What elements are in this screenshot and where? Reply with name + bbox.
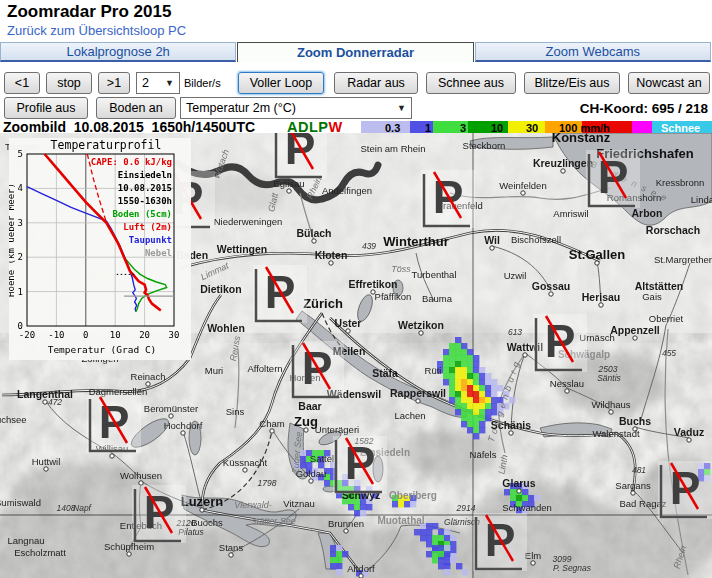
radar-cell (360, 504, 366, 510)
town-label: Steckborn (463, 140, 506, 151)
town-dot (270, 429, 274, 433)
profile-marker[interactable]: P (658, 461, 712, 519)
town-dot (110, 454, 114, 458)
radar-cell (443, 367, 449, 373)
town-label: Wohlen (207, 322, 245, 334)
radar-cell (462, 569, 468, 575)
town-label: Rapperswil (390, 387, 446, 399)
tab-zoom-donnerradar[interactable]: Zoom Donnerradar (237, 42, 473, 62)
profile-marker[interactable]: P (290, 341, 344, 399)
radar-cell (450, 557, 456, 563)
temperature-profile-panel: Temperaturprofil Temperatur (Grad C) Hoe… (9, 138, 191, 360)
app-window: Zoomradar Pro 2015 Zurück zum Übersichts… (0, 0, 712, 578)
profile-marker[interactable]: P (132, 485, 186, 543)
radar-cell (467, 367, 473, 373)
chart-y-tick: 4 (18, 183, 23, 193)
radar-map[interactable]: TiengenStein am RheinKonstanzSteckbornKr… (0, 133, 712, 578)
radar-cell (491, 385, 497, 391)
profiles-toggle-button[interactable]: Profile aus (4, 97, 88, 119)
radar-cell (455, 385, 461, 391)
tab-bar: Lokalprognose 2h Zoom Donnerradar Zoom W… (0, 42, 712, 62)
radar-cell (467, 349, 473, 355)
town-dot (521, 191, 525, 195)
radar-cell (366, 504, 372, 510)
speed-select[interactable]: 2 ▼ (136, 72, 180, 94)
snow-toggle-button[interactable]: Schnee aus (426, 72, 516, 94)
town-label: 2914 (456, 503, 476, 513)
town-dot (312, 239, 316, 243)
radar-cell (467, 361, 473, 367)
profile-marker[interactable]: P (421, 170, 475, 228)
stop-button[interactable]: stop (46, 72, 92, 94)
radar-cell (455, 379, 461, 385)
full-loop-button[interactable]: Voller Loop (238, 72, 324, 94)
radar-cell (522, 489, 528, 495)
radar-cell (455, 337, 461, 343)
town-label: Pfäffikon (375, 291, 412, 302)
town-dot (517, 489, 521, 493)
town-label: Glarus (502, 477, 535, 489)
town-label: Säntis (597, 373, 621, 383)
radar-cell (479, 391, 485, 397)
profile-marker[interactable]: P (333, 436, 387, 494)
ground-toggle-button[interactable]: Boden an (96, 97, 176, 119)
lightning-toggle-button[interactable]: Blitze/Eis aus (524, 72, 620, 94)
radar-cell (336, 569, 342, 575)
town-label: 455 (662, 348, 676, 358)
town-label: Baar (298, 400, 321, 412)
town-label: Muri (205, 365, 223, 376)
tab-lokalprognose[interactable]: Lokalprognose 2h (0, 42, 236, 62)
layer-select[interactable]: Temperatur 2m (°C) ▼ (180, 97, 412, 119)
chart-y-tick: 1 (18, 287, 23, 297)
radar-cell (473, 415, 479, 421)
radar-cell (461, 361, 467, 367)
town-label: stätter See (252, 516, 296, 526)
town-label: Napf (73, 503, 93, 513)
speed-value: 2 (142, 76, 149, 90)
chart-y-tick: 0 (18, 321, 23, 331)
radar-cell (485, 397, 491, 403)
town-label: Schwanden (502, 502, 552, 513)
profile-marker[interactable]: P (273, 133, 327, 179)
back-link[interactable]: Zurück zum Übersichtsloop PC (7, 23, 186, 38)
radar-cell (450, 547, 456, 553)
chart-annotation: Luft (2m) (123, 222, 172, 232)
chart-annotation: Nebel (145, 248, 172, 258)
speed-unit-label: Bilder/s (184, 77, 221, 89)
radar-cell (455, 361, 461, 367)
radar-cell (444, 545, 450, 551)
town-label: Sins (226, 406, 245, 417)
radar-cell (461, 343, 467, 349)
town-dot (344, 529, 348, 533)
radar-cell (467, 415, 473, 421)
chart-title: Temperaturprofil (51, 138, 162, 152)
radar-cell (461, 379, 467, 385)
radar-cell (473, 391, 479, 397)
step-back-button[interactable]: <1 (4, 72, 40, 94)
step-forward-button[interactable]: >1 (98, 72, 130, 94)
radar-toggle-button[interactable]: Radar aus (334, 72, 418, 94)
radar-cell (485, 391, 491, 397)
radar-cell (455, 355, 461, 361)
town-dot (139, 481, 143, 485)
nowcast-toggle-button[interactable]: Nowcast an (628, 72, 710, 94)
profile-marker[interactable]: P (253, 265, 307, 323)
town-label: Muotathal (377, 515, 424, 526)
town-dot (243, 468, 247, 472)
profile-marker[interactable]: P (533, 314, 587, 372)
town-label: Oberriet (649, 313, 684, 324)
profile-marker[interactable]: P (586, 150, 640, 208)
radar-cell (522, 495, 528, 501)
profile-marker[interactable]: P (473, 513, 527, 571)
radar-cell (534, 495, 540, 501)
radar-cell (461, 391, 467, 397)
town-dot (531, 561, 535, 565)
profile-marker[interactable]: P (87, 395, 141, 453)
radar-cell (473, 379, 479, 385)
radar-cell (479, 421, 485, 427)
town-label: Luzern (181, 494, 224, 509)
radar-cell (455, 343, 461, 349)
radar-cell (473, 385, 479, 391)
town-dot (523, 353, 527, 357)
tab-zoom-webcams[interactable]: Zoom Webcams (475, 42, 711, 62)
